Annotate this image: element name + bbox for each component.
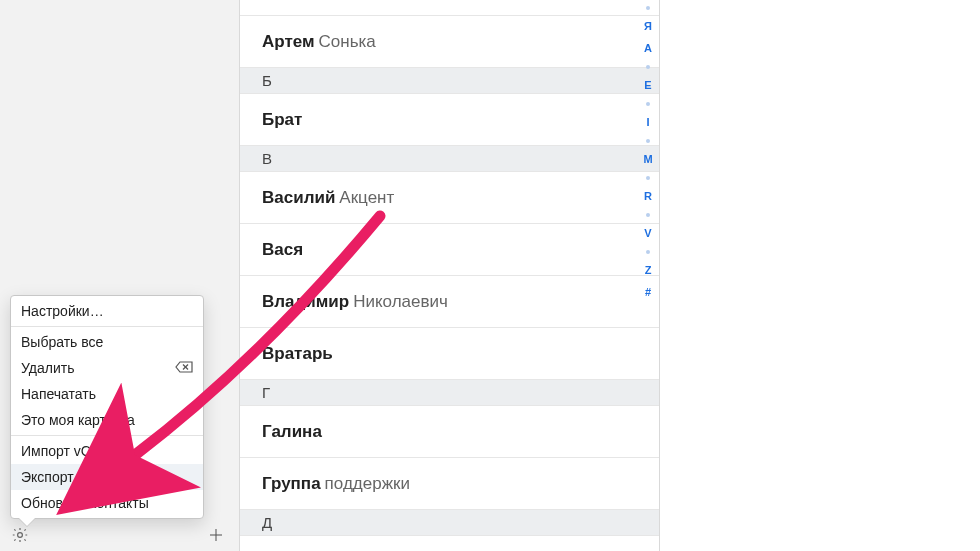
contact-row[interactable]: Галина [240, 406, 659, 458]
index-dot[interactable] [646, 139, 650, 143]
contact-row[interactable]: АртемСонька [240, 16, 659, 68]
alphabet-index[interactable]: ЯAEIMRVZ# [636, 0, 660, 551]
menu-label: Это моя карточка [21, 412, 135, 428]
contact-last-name: Сонька [319, 32, 376, 52]
section-header: Б [240, 68, 659, 94]
contact-first-name: Василий [262, 188, 335, 208]
sidebar: Настройки… Выбрать все Удалить Напечатат… [0, 0, 240, 551]
contact-row[interactable]: АртемНиколаев [240, 0, 659, 16]
index-letter[interactable]: E [644, 80, 651, 91]
contact-row[interactable]: Брат [240, 94, 659, 146]
index-dot[interactable] [646, 102, 650, 106]
index-letter[interactable]: Я [644, 21, 652, 32]
plus-icon [207, 526, 225, 544]
contact-first-name: Владимир [262, 292, 349, 312]
menu-separator [11, 326, 203, 327]
section-header: Д [240, 510, 659, 536]
svg-marker-0 [176, 362, 192, 372]
index-dot[interactable] [646, 65, 650, 69]
index-letter[interactable]: R [644, 191, 652, 202]
gear-icon [11, 526, 29, 544]
index-dot[interactable] [646, 213, 650, 217]
index-letter[interactable]: M [643, 154, 652, 165]
sidebar-toolbar [0, 519, 240, 551]
contact-first-name: Вратарь [262, 344, 333, 364]
contact-first-name: Вася [262, 240, 303, 260]
menu-label: Выбрать все [21, 334, 103, 350]
contact-first-name: Галина [262, 422, 322, 442]
contact-first-name: Группа [262, 474, 321, 494]
section-header: Г [240, 380, 659, 406]
menu-separator [11, 435, 203, 436]
settings-popup: Настройки… Выбрать все Удалить Напечатат… [10, 295, 204, 519]
menu-import-vcard[interactable]: Импорт vCard… [11, 438, 203, 464]
menu-delete[interactable]: Удалить [11, 355, 203, 381]
menu-my-card[interactable]: Это моя карточка [11, 407, 203, 433]
contact-last-name: Акцент [339, 188, 394, 208]
settings-button[interactable] [8, 523, 32, 547]
menu-select-all[interactable]: Выбрать все [11, 329, 203, 355]
menu-label: Настройки… [21, 303, 104, 319]
menu-label: Удалить [21, 360, 74, 376]
menu-print[interactable]: Напечатать [11, 381, 203, 407]
delete-icon [175, 360, 193, 376]
menu-label: Экспорт vCard… [21, 469, 129, 485]
menu-refresh-contacts[interactable]: Обновить Контакты [11, 490, 203, 516]
section-header: В [240, 146, 659, 172]
contact-row[interactable]: ВладимирНиколаевич [240, 276, 659, 328]
index-letter[interactable]: I [646, 117, 649, 128]
svg-point-3 [18, 533, 23, 538]
contact-last-name: поддержки [325, 474, 410, 494]
menu-export-vcard[interactable]: Экспорт vCard… [11, 464, 203, 490]
menu-settings[interactable]: Настройки… [11, 298, 203, 324]
index-letter[interactable]: V [644, 228, 651, 239]
index-letter[interactable]: A [644, 43, 652, 54]
contact-first-name: Брат [262, 110, 302, 130]
contacts-list[interactable]: АртемНиколаевАртемСонькаББратВВасилийАкц… [240, 0, 660, 551]
contact-row[interactable]: Вася [240, 224, 659, 276]
contact-row[interactable]: Группаподдержки [240, 458, 659, 510]
index-dot[interactable] [646, 176, 650, 180]
add-button[interactable] [204, 523, 228, 547]
menu-label: Обновить Контакты [21, 495, 149, 511]
contact-first-name: Артем [262, 32, 315, 52]
menu-label: Импорт vCard… [21, 443, 125, 459]
index-dot[interactable] [646, 6, 650, 10]
contact-row[interactable]: ВасилийАкцент [240, 172, 659, 224]
contact-row[interactable]: Вратарь [240, 328, 659, 380]
index-letter[interactable]: Z [645, 265, 652, 276]
index-letter[interactable]: # [645, 287, 651, 298]
contact-last-name: Николаевич [353, 292, 448, 312]
menu-label: Напечатать [21, 386, 96, 402]
index-dot[interactable] [646, 250, 650, 254]
